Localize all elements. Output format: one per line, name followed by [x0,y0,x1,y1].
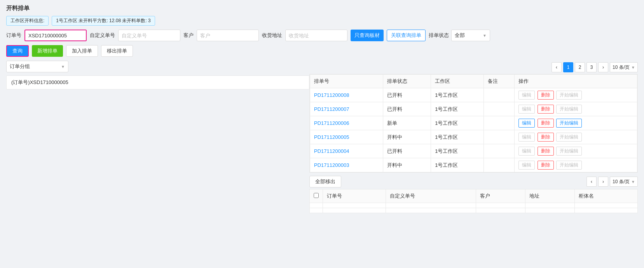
table-row: PD1711200004 已开料 1号工作区 编辑 删除 开始编辑 [310,144,637,158]
page-3-button[interactable]: 3 [586,62,597,72]
main-content: 订单分组 ▼ (订单号)XSD1710000005 ‹ 1 2 3 › 10 条… [6,61,638,213]
chevron-down-icon: ▼ [61,65,65,69]
bottom-prev-button[interactable]: ‹ [586,177,597,187]
cell-workspace: 1号工作区 [431,158,483,172]
col-bottom-cabinet: 柜体名 [574,189,637,203]
cell-ops: 编辑 删除 开始编辑 [514,144,637,158]
related-query-button[interactable]: 关联查询排单 [387,30,426,41]
cell-order-no: PD1711200006 [310,116,383,130]
order-no-input[interactable] [24,30,87,41]
cell-status: 新单 [383,116,431,130]
start-edit-button: 开始编辑 [556,91,582,100]
page-size-select[interactable]: 10 条/页 ▼ [610,62,638,72]
query-button[interactable]: 查询 [6,45,29,57]
table-row [310,208,638,213]
delete-button[interactable]: 删除 [538,147,554,156]
page-2-button[interactable]: 2 [575,62,585,72]
table-row [310,203,638,208]
col-actions: 操作 [514,75,637,88]
edit-button[interactable]: 编辑 [518,119,535,128]
filter-row: 订单分组 ▼ [6,61,309,72]
add-order-button[interactable]: 新增排单 [32,45,63,57]
table-row: PD1711200007 已开料 1号工作区 编辑 删除 开始编辑 [310,102,637,116]
status-value: 全部 [455,32,465,39]
join-order-button[interactable]: 加入排单 [66,45,98,57]
table-row: PD1711200005 开料中 1号工作区 编辑 删除 开始编辑 [310,130,637,144]
main-table: 排单号 排单状态 工作区 备注 操作 PD1711200008 已开料 1号工作… [310,74,637,172]
bottom-page-size-select[interactable]: 10 条/页 ▼ [610,177,638,187]
order-group-label: 订单分组 [10,63,30,70]
cell-order-no: PD1711200008 [310,88,383,102]
col-bottom-address: 地址 [525,189,575,203]
cell-ops: 编辑 删除 开始编辑 [514,130,637,144]
bottom-pagination: ‹ › 10 条/页 ▼ [586,177,638,187]
chevron-down-icon: ▼ [631,180,635,184]
remove-all-button[interactable]: 全部移出 [309,176,341,187]
page-1-button[interactable]: 1 [563,62,573,72]
page-wrapper: 开料排单 工作区开料信息: 1号工作区 未开料平方数: 12.08 未开料单数:… [0,0,644,268]
address-input[interactable] [285,30,347,41]
page-size-value: 10 条/页 [613,64,630,71]
delete-button[interactable]: 删除 [538,133,554,142]
delete-button[interactable]: 删除 [538,161,554,170]
only-board-button[interactable]: 只查询板材 [351,30,384,41]
cell-workspace: 1号工作区 [431,88,483,102]
next-page-button[interactable]: › [598,62,608,72]
cell-status: 已开料 [383,102,431,116]
prev-page-button[interactable]: ‹ [552,62,562,72]
cell-ops: 编辑 删除 开始编辑 [514,116,637,130]
cell-remark [483,102,514,116]
custom-no-input[interactable] [118,30,180,41]
start-edit-button: 开始编辑 [556,133,582,142]
order-group-select[interactable]: 订单分组 ▼ [6,61,68,72]
status-label: 排单状态 [429,32,449,39]
cell-ops: 编辑 删除 开始编辑 [514,102,637,116]
bottom-next-button[interactable]: › [598,177,608,187]
bottom-page-size-value: 10 条/页 [613,179,630,185]
cell-order-no: PD1711200007 [310,102,383,116]
edit-button: 编辑 [518,147,535,156]
cell-workspace: 1号工作区 [431,116,483,130]
info-tag-1: 工作区开料信息: [6,16,49,26]
page-title: 开料排单 [6,5,638,12]
order-no-label: 订单号 [6,32,21,39]
cell-status: 开料中 [383,130,431,144]
col-bottom-order-no: 订单号 [323,189,386,203]
cell-order-no: PD1711200004 [310,144,383,158]
bottom-table: 订单号 自定义单号 客户 地址 柜体名 [309,189,638,213]
status-dropdown[interactable]: 全部 ▼ [451,30,490,41]
delete-button[interactable]: 删除 [538,119,554,128]
table-row: PD1711200008 已开料 1号工作区 编辑 删除 开始编辑 [310,88,637,102]
main-table-container: 排单号 排单状态 工作区 备注 操作 PD1711200008 已开料 1号工作… [309,74,638,173]
info-tag-2: 1号工作区 未开料平方数: 12.08 未开料单数: 3 [52,16,155,26]
list-item[interactable]: (订单号)XSD1710000005 [6,75,309,89]
col-remark: 备注 [483,75,514,88]
status-filter: 排单状态 全部 ▼ [429,30,490,41]
start-edit-button[interactable]: 开始编辑 [556,119,582,128]
chevron-down-icon: ▼ [483,33,487,38]
col-order-no: 排单号 [310,75,383,88]
col-workspace: 工作区 [431,75,483,88]
cell-status: 开料中 [383,158,431,172]
select-all-checkbox[interactable] [314,193,319,198]
remove-order-button[interactable]: 移出排单 [101,45,133,57]
delete-button[interactable]: 删除 [538,105,554,114]
left-panel: 订单分组 ▼ (订单号)XSD1710000005 [6,61,309,213]
cell-workspace: 1号工作区 [431,130,483,144]
cell-remark [483,116,514,130]
cell-status: 已开料 [383,144,431,158]
cell-remark [483,144,514,158]
cell-remark [483,130,514,144]
customer-input[interactable] [197,30,259,41]
start-edit-button: 开始编辑 [556,147,582,156]
edit-button: 编辑 [518,161,535,170]
cell-ops: 编辑 删除 开始编辑 [514,158,637,172]
edit-button: 编辑 [518,91,535,100]
start-edit-button: 开始编辑 [556,161,582,170]
delete-button[interactable]: 删除 [538,91,554,100]
col-status: 排单状态 [383,75,431,88]
custom-no-label: 自定义单号 [90,32,115,39]
cell-order-no: PD1711200005 [310,130,383,144]
start-edit-button: 开始编辑 [556,105,582,114]
search-bar: 订单号 自定义单号 客户 收货地址 只查询板材 关联查询排单 排单状态 全部 ▼ [6,30,638,41]
